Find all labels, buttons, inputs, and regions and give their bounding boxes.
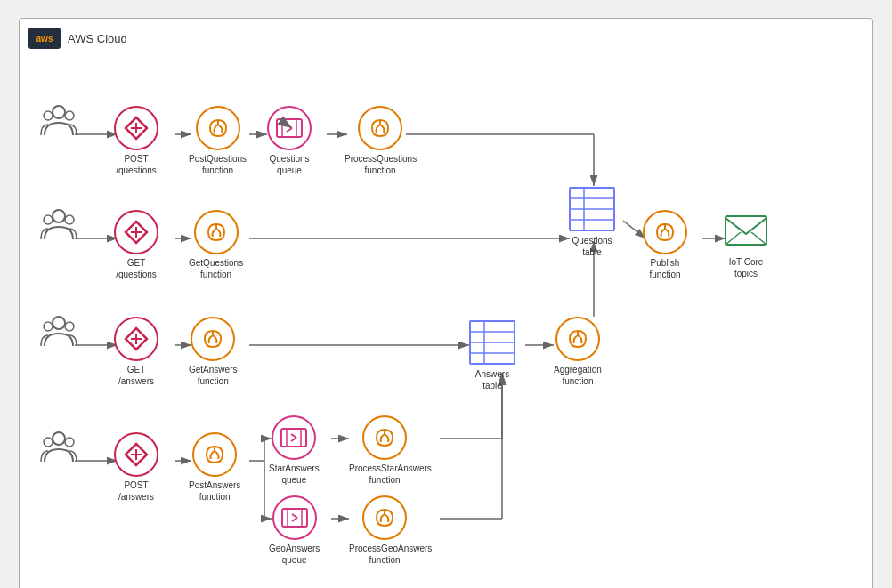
svg-rect-79 xyxy=(281,429,306,447)
svg-line-58 xyxy=(751,232,766,245)
process-star-answers-function: ProcessStarAnswersfunction xyxy=(349,415,420,486)
iot-core-topics: IoT Coretopics xyxy=(723,207,769,279)
diagram-container: aws AWS Cloud xyxy=(19,18,873,588)
post-answers-api: POST/answers xyxy=(114,432,158,503)
post-answers-function: PostAnswersfunction xyxy=(189,432,240,503)
aws-cloud-label: AWS Cloud xyxy=(68,32,127,45)
star-answers-queue: StarAnswersqueue xyxy=(269,415,320,486)
users-4 xyxy=(39,430,78,463)
aws-header: aws AWS Cloud xyxy=(28,28,864,49)
geo-answers-queue: GeoAnswersqueue xyxy=(269,495,320,566)
aggregation-function: Aggregationfunction xyxy=(554,317,602,387)
svg-point-61 xyxy=(65,322,74,331)
svg-point-44 xyxy=(44,215,53,224)
main-area: POST/questions PostQuestionsfunction xyxy=(28,54,864,588)
svg-point-43 xyxy=(53,210,65,222)
publish-function: Publishfunction xyxy=(643,210,687,280)
answers-table: Answerstable xyxy=(468,319,516,391)
process-questions-function: ProcessQuestionsfunction xyxy=(345,106,416,176)
svg-point-32 xyxy=(65,111,74,120)
svg-line-41 xyxy=(287,128,292,132)
svg-point-45 xyxy=(65,215,74,224)
svg-rect-85 xyxy=(282,509,307,527)
get-answers-function: GetAnswersfunction xyxy=(189,317,237,387)
questions-table: Questionstable xyxy=(568,186,616,258)
svg-point-30 xyxy=(53,106,65,118)
post-questions-api: POST/questions xyxy=(114,106,158,176)
get-questions-api: GET/questions xyxy=(114,210,158,280)
get-questions-function: GetQuestionsfunction xyxy=(189,210,243,280)
svg-point-31 xyxy=(44,111,53,120)
aws-logo: aws xyxy=(28,28,61,49)
svg-point-59 xyxy=(53,317,65,329)
questions-queue: Questionsqueue xyxy=(267,106,312,176)
svg-point-72 xyxy=(53,432,65,445)
users-1 xyxy=(39,103,78,137)
svg-point-74 xyxy=(65,438,74,447)
users-3 xyxy=(39,314,78,348)
svg-point-60 xyxy=(44,322,53,331)
svg-line-83 xyxy=(291,438,296,441)
svg-point-73 xyxy=(44,438,53,447)
svg-line-89 xyxy=(292,518,297,521)
process-geo-answers-function: ProcessGeoAnswersfunction xyxy=(349,495,420,566)
users-2 xyxy=(39,207,78,241)
get-answers-api: GET/answers xyxy=(114,317,158,387)
post-questions-function: PostQuestionsfunction xyxy=(189,106,247,176)
svg-line-57 xyxy=(726,232,741,245)
svg-rect-37 xyxy=(277,119,302,137)
